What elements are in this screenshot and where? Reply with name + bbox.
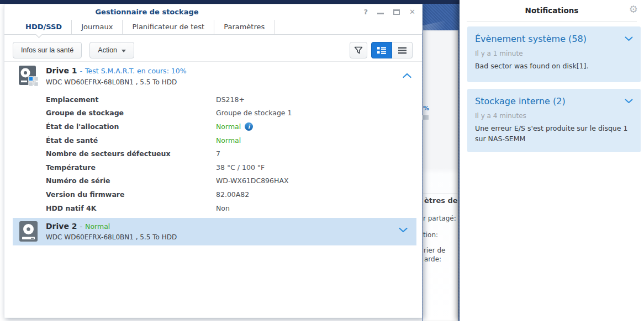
toolbar: Infos sur la santé Action bbox=[13, 42, 416, 58]
drive1-collapse-chevron-up-icon[interactable] bbox=[403, 73, 411, 78]
funnel-icon bbox=[354, 46, 363, 55]
form-label-fragment: arde: bbox=[424, 255, 441, 263]
drive1-name: Drive 1 bbox=[46, 66, 77, 75]
list-view-button[interactable] bbox=[392, 42, 413, 58]
chevron-down-icon[interactable] bbox=[625, 99, 633, 104]
drive2-header: Drive 2 - Normal bbox=[46, 222, 110, 231]
detail-row: Température 38 °C / 100 °F bbox=[46, 160, 399, 174]
notification-card-system-event[interactable]: Évènement système (58) Il y a 1 minute B… bbox=[467, 26, 641, 82]
section-divider bbox=[423, 194, 458, 194]
form-label-fragment: tion: bbox=[423, 231, 438, 239]
drive1-hdd-icon bbox=[17, 65, 41, 89]
notification-group-title[interactable]: Évènement système (58) bbox=[475, 34, 587, 44]
background-window-fragment: % ètres de tâ r partagé: tion: rier de a… bbox=[423, 30, 458, 321]
detail-value: 82.00A82 bbox=[216, 190, 249, 199]
storage-manager-window: Gestionnaire de stockage ? ✕ HDD/SSD Jou… bbox=[4, 4, 423, 318]
drive2-hdd-icon bbox=[18, 221, 39, 243]
notifications-title: Notifications bbox=[460, 6, 644, 15]
detail-value: 38 °C / 100 °F bbox=[216, 163, 265, 172]
detail-row: Groupe de stockage Groupe de stockage 1 bbox=[46, 106, 399, 120]
detail-label: État de santé bbox=[46, 136, 216, 145]
drive2-expand-chevron-down-icon[interactable] bbox=[399, 227, 408, 233]
close-icon[interactable]: ✕ bbox=[409, 7, 415, 17]
tab-parametres[interactable]: Paramètres bbox=[214, 20, 275, 34]
progress-bar-fragment bbox=[423, 115, 429, 120]
tab-planificateur-de-test[interactable]: Planificateur de test bbox=[123, 20, 214, 34]
detail-row: État de l'allocation Normali bbox=[46, 120, 399, 133]
detail-value: Non bbox=[216, 204, 230, 212]
detail-row: Numéro de série WD-WX61DC896HAX bbox=[46, 174, 399, 188]
chevron-down-icon[interactable] bbox=[625, 36, 633, 41]
detail-label: Nombre de secteurs défectueux bbox=[46, 149, 216, 158]
tab-hdd-ssd[interactable]: HDD/SSD bbox=[16, 20, 72, 34]
action-dropdown-button[interactable]: Action bbox=[89, 42, 134, 58]
desktop-top-bar bbox=[0, 0, 460, 4]
detail-value: WD-WX61DC896HAX bbox=[216, 176, 289, 185]
detail-label: Température bbox=[46, 163, 216, 172]
health-info-button[interactable]: Infos sur la santé bbox=[13, 42, 82, 58]
toolbar-divider bbox=[4, 61, 422, 62]
notification-message[interactable]: Une erreur E/S s'est produite sur le dis… bbox=[475, 123, 633, 145]
drive2-row[interactable]: Drive 2 - Normal WDC WD60EFRX-68L0BN1 , … bbox=[13, 218, 416, 245]
drive1-model: WDC WD60EFRX-68L0BN1 , 5.5 To HDD bbox=[46, 78, 177, 86]
window-title: Gestionnaire de stockage bbox=[95, 8, 198, 16]
detail-value: 7 bbox=[216, 149, 220, 158]
detail-row: Version du firmware 82.00A82 bbox=[46, 188, 399, 201]
detail-value: Groupe de stockage 1 bbox=[216, 109, 292, 117]
tab-journaux[interactable]: Journaux bbox=[72, 20, 123, 34]
progress-percent-fragment: % bbox=[423, 105, 429, 112]
window-controls: ? ✕ bbox=[364, 7, 415, 17]
minimize-icon[interactable] bbox=[377, 13, 384, 14]
notification-group-title[interactable]: Stockage interne (2) bbox=[475, 96, 566, 106]
detail-label: Numéro de série bbox=[46, 176, 216, 185]
hamburger-icon bbox=[398, 46, 407, 55]
drive1-smart-status: Test S.M.A.R.T. en cours: 10% bbox=[85, 67, 187, 75]
action-label: Action bbox=[98, 46, 117, 54]
detail-value: DS218+ bbox=[216, 95, 245, 104]
gear-icon[interactable]: ⚙ bbox=[629, 3, 638, 16]
detail-list-icon bbox=[377, 46, 387, 55]
drive1-header[interactable]: Drive 1 - Test S.M.A.R.T. en cours: 10% bbox=[46, 66, 187, 75]
drive1-details: Emplacement DS218+ Groupe de stockage Gr… bbox=[46, 93, 399, 215]
detail-view-button[interactable] bbox=[371, 42, 392, 58]
detail-value: Normal bbox=[216, 122, 241, 131]
tab-bar: HDD/SSD Journaux Planificateur de test P… bbox=[4, 20, 422, 35]
notification-time: Il y a 1 minute bbox=[475, 50, 633, 57]
titlebar[interactable]: Gestionnaire de stockage ? ✕ bbox=[4, 4, 422, 20]
maximize-icon[interactable] bbox=[393, 9, 400, 15]
form-label-fragment: r partagé: bbox=[423, 215, 456, 222]
detail-label: État de l'allocation bbox=[46, 122, 216, 131]
drive2-status-separator: - bbox=[80, 222, 83, 231]
detail-value: Normal bbox=[216, 136, 241, 145]
drive1-status-separator: - bbox=[80, 67, 83, 75]
detail-row: Emplacement DS218+ bbox=[46, 93, 399, 106]
detail-label: Emplacement bbox=[46, 95, 216, 104]
notifications-divider bbox=[467, 21, 637, 22]
help-icon[interactable]: ? bbox=[364, 7, 368, 17]
health-info-label: Infos sur la santé bbox=[21, 46, 73, 54]
drive2-model: WDC WD60EFRX-68L0BN1 , 5.5 To HDD bbox=[46, 233, 177, 241]
notification-time: Il y a 4 minutes bbox=[475, 112, 633, 120]
detail-row: HDD natif 4K Non bbox=[46, 201, 399, 215]
section-header-fragment: ètres de tâ bbox=[424, 196, 463, 205]
form-label-fragment: rier de bbox=[424, 247, 445, 254]
drive2-status: Normal bbox=[85, 222, 110, 231]
detail-label: HDD natif 4K bbox=[46, 204, 216, 212]
drive2-name: Drive 2 bbox=[46, 222, 77, 231]
detail-row: État de santé Normal bbox=[46, 133, 399, 147]
info-icon[interactable]: i bbox=[245, 122, 253, 131]
notification-message[interactable]: Bad sector was found on disk[1]. bbox=[475, 61, 633, 71]
notifications-panel: Notifications ⚙ Évènement système (58) I… bbox=[460, 0, 644, 321]
detail-row: Nombre de secteurs défectueux 7 bbox=[46, 147, 399, 160]
filter-button[interactable] bbox=[350, 42, 367, 58]
detail-label: Version du firmware bbox=[46, 190, 216, 199]
view-controls bbox=[350, 42, 413, 58]
notification-card-internal-storage[interactable]: Stockage interne (2) Il y a 4 minutes Un… bbox=[467, 89, 641, 152]
caret-down-icon bbox=[122, 50, 126, 52]
detail-label: Groupe de stockage bbox=[46, 109, 216, 117]
